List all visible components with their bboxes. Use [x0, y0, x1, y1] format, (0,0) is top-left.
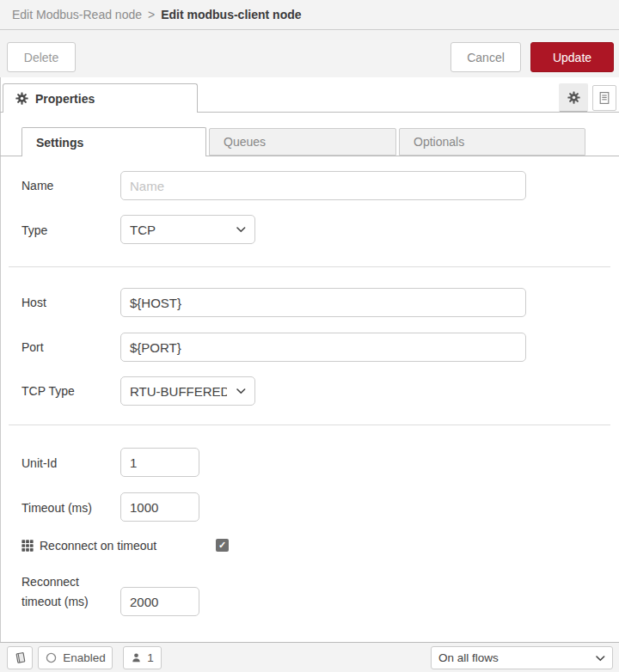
properties-tab-label: Properties [35, 92, 95, 106]
node-help-button[interactable] [7, 646, 33, 669]
dialog-footer: Enabled 1 On all flows [0, 642, 619, 672]
user-icon [131, 652, 142, 663]
breadcrumb-parent[interactable]: Edit Modbus-Read node [12, 8, 142, 21]
timeout-input[interactable] [120, 492, 199, 522]
enabled-label: Enabled [63, 651, 106, 664]
type-label: Type [21, 223, 47, 237]
tcp-type-select[interactable]: RTU-BUFFERED [120, 376, 255, 406]
port-input[interactable] [120, 333, 526, 362]
document-icon [598, 91, 611, 105]
cancel-button[interactable]: Cancel [450, 42, 521, 72]
tab-settings-label: Settings [36, 136, 83, 150]
scope-select-wrap: On all flows [431, 646, 613, 669]
port-label: Port [21, 340, 44, 354]
name-input[interactable] [120, 171, 526, 200]
tab-queues[interactable]: Queues [209, 128, 396, 156]
reconnect-on-timeout-checkbox[interactable]: ✓ [216, 539, 229, 552]
update-button[interactable]: Update [530, 42, 614, 72]
reconnect-on-timeout-label: Reconnect on timeout [21, 539, 156, 553]
breadcrumb: Edit Modbus-Read node > Edit modbus-clie… [0, 0, 619, 30]
name-label: Name [21, 179, 53, 192]
tab-optionals-label: Optionals [414, 135, 464, 149]
unit-id-label: Unit-Id [21, 456, 57, 470]
tab-settings[interactable]: Settings [21, 127, 206, 156]
breadcrumb-separator: > [148, 8, 155, 21]
tray-left-border [0, 77, 1, 643]
node-users-button[interactable]: 1 [123, 646, 162, 669]
user-count: 1 [147, 651, 154, 664]
tcp-type-label: TCP Type [21, 384, 75, 398]
host-input[interactable] [120, 288, 526, 317]
tab-queues-label: Queues [224, 135, 266, 149]
book-icon [14, 651, 27, 664]
tab-properties[interactable]: Properties [3, 83, 198, 113]
grid-icon [21, 540, 34, 552]
dialog-toolbar: Delete Cancel Update [0, 30, 619, 77]
reconnect-timeout-input[interactable] [120, 587, 199, 616]
type-select[interactable]: TCP [120, 215, 255, 244]
gear-icon [15, 92, 28, 105]
host-label: Host [21, 296, 46, 309]
scope-select[interactable]: On all flows [431, 646, 613, 669]
gear-icon [567, 91, 580, 104]
reconnect-timeout-label: Reconnect timeout (ms) [21, 572, 118, 612]
section-divider [9, 266, 610, 267]
tab-optionals[interactable]: Optionals [399, 128, 585, 156]
breadcrumb-current: Edit modbus-client node [161, 8, 301, 21]
section-divider [9, 425, 610, 425]
node-settings-button[interactable] [559, 83, 588, 113]
type-select-wrap: TCP [120, 215, 255, 244]
tcp-type-select-wrap: RTU-BUFFERED [120, 376, 255, 406]
node-description-button[interactable] [592, 85, 616, 111]
node-enabled-toggle[interactable]: Enabled [38, 646, 113, 669]
edit-node-dialog: Edit Modbus-Read node > Edit modbus-clie… [0, 0, 619, 672]
timeout-label: Timeout (ms) [21, 501, 92, 515]
checkmark-icon: ✓ [218, 541, 226, 550]
circle-icon [45, 651, 58, 664]
unit-id-input[interactable] [120, 448, 199, 477]
delete-button[interactable]: Delete [7, 42, 76, 72]
